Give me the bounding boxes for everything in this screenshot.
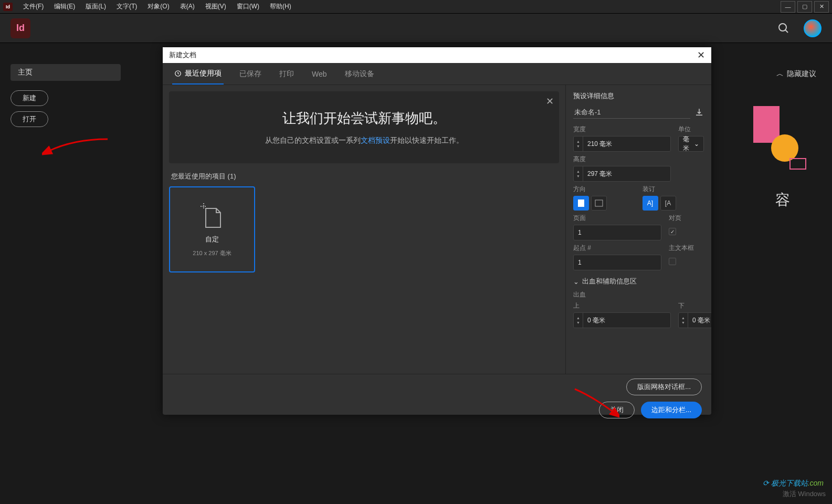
maximize-button[interactable]: ▢ bbox=[797, 1, 812, 13]
unit-label: 单位 bbox=[678, 125, 704, 134]
banner-text: 从您自己的文档设置或一系列文档预设开始以快速开始工作。 bbox=[180, 136, 549, 145]
bleed-section-toggle[interactable]: ⌄ 出血和辅助信息区 bbox=[573, 277, 704, 286]
new-document-dialog: 新建文档 ✕ 最近使用项 已保存 打印 Web 移动设备 ✕ 让我们开始尝试新事… bbox=[163, 47, 711, 415]
menu-bar: Id 文件(F) 编辑(E) 版面(L) 文字(T) 对象(O) 表(A) 视图… bbox=[0, 0, 832, 14]
clock-icon bbox=[174, 70, 182, 77]
pages-label: 页面 bbox=[573, 214, 661, 223]
tab-recent[interactable]: 最近使用项 bbox=[172, 63, 224, 85]
pages-value[interactable] bbox=[574, 229, 661, 236]
orientation-portrait[interactable] bbox=[573, 196, 589, 211]
close-dialog-button[interactable]: 关闭 bbox=[599, 402, 635, 418]
banner-heading: 让我们开始尝试新事物吧。 bbox=[180, 109, 549, 128]
menu-object[interactable]: 对象(O) bbox=[142, 2, 174, 11]
bleed-bottom-input[interactable]: ▲▼ bbox=[678, 312, 711, 328]
svg-rect-2 bbox=[753, 106, 780, 143]
start-page-value[interactable] bbox=[574, 259, 661, 266]
menu-help[interactable]: 帮助(H) bbox=[265, 2, 297, 11]
banner-close-button[interactable]: ✕ bbox=[546, 96, 554, 107]
dialog-footer: 版面网格对话框... 关闭 边距和分栏... bbox=[163, 374, 711, 415]
user-avatar[interactable] bbox=[804, 19, 822, 37]
main-area: 主页 新建 打开 ︿ 隐藏建议 容 新建文档 ✕ 最近使用项 已保存 打印 We… bbox=[0, 43, 832, 504]
dialog-left-pane: ✕ 让我们开始尝试新事物吧。 从您自己的文档设置或一系列文档预设开始以快速开始工… bbox=[163, 85, 565, 374]
svg-line-1 bbox=[785, 30, 788, 33]
facing-pages-checkbox[interactable] bbox=[669, 228, 676, 235]
chevron-down-icon: ⌄ bbox=[694, 140, 699, 148]
dialog-title-text: 新建文档 bbox=[169, 50, 196, 60]
chevron-up-icon: ︿ bbox=[776, 69, 784, 79]
tab-recent-label: 最近使用项 bbox=[185, 69, 222, 78]
dialog-tabs: 最近使用项 已保存 打印 Web 移动设备 bbox=[163, 63, 711, 85]
preset-size: 210 x 297 毫米 bbox=[193, 249, 231, 257]
start-page-input[interactable] bbox=[573, 255, 661, 270]
app-toolbar: Id bbox=[0, 14, 832, 43]
dialog-body: ✕ 让我们开始尝试新事物吧。 从您自己的文档设置或一系列文档预设开始以快速开始工… bbox=[163, 85, 711, 374]
menu-text[interactable]: 文字(T) bbox=[111, 2, 142, 11]
width-input[interactable]: ▲▼ bbox=[573, 136, 671, 152]
doc-presets-link[interactable]: 文档预设 bbox=[361, 136, 390, 144]
svg-rect-4 bbox=[790, 159, 806, 169]
bleed-top-value[interactable] bbox=[583, 317, 670, 324]
margins-columns-button[interactable]: 边距和分栏... bbox=[641, 402, 702, 418]
layout-grid-button[interactable]: 版面网格对话框... bbox=[626, 379, 702, 395]
hide-suggestions-label: 隐藏建议 bbox=[787, 69, 816, 79]
app-badge-icon: Id bbox=[3, 3, 13, 11]
dialog-close-button[interactable]: ✕ bbox=[697, 49, 705, 61]
height-input[interactable]: ▲▼ bbox=[573, 166, 671, 182]
menu-edit[interactable]: 编辑(E) bbox=[49, 2, 80, 11]
height-label: 高度 bbox=[573, 155, 671, 164]
svg-rect-9 bbox=[595, 200, 603, 206]
bleed-bottom-label: 下 bbox=[678, 301, 711, 310]
preset-name: 自定 bbox=[205, 235, 219, 244]
start-page-label: 起点 # bbox=[573, 244, 661, 253]
orientation-landscape[interactable] bbox=[591, 196, 607, 211]
height-value[interactable] bbox=[583, 170, 670, 177]
svg-point-0 bbox=[779, 24, 786, 31]
hide-suggestions-link[interactable]: ︿ 隐藏建议 bbox=[776, 69, 816, 79]
recent-label: 您最近使用的项目 (1) bbox=[169, 172, 559, 181]
menu-view[interactable]: 视图(V) bbox=[200, 2, 231, 11]
window-controls: — ▢ ✕ bbox=[778, 1, 829, 13]
bleed-label: 出血 bbox=[573, 290, 704, 299]
bleed-top-input[interactable]: ▲▼ bbox=[573, 312, 671, 328]
facing-pages-label: 对页 bbox=[669, 214, 704, 223]
decorative-graphic bbox=[748, 101, 811, 180]
tab-saved[interactable]: 已保存 bbox=[237, 63, 264, 85]
close-window-button[interactable]: ✕ bbox=[814, 1, 829, 13]
download-preset-icon[interactable] bbox=[694, 108, 704, 117]
unit-value: 毫米 bbox=[683, 135, 694, 153]
binding-right[interactable]: [A bbox=[660, 196, 676, 211]
primary-text-frame-checkbox[interactable] bbox=[669, 258, 676, 265]
home-dropdown[interactable]: 主页 bbox=[10, 64, 121, 81]
minimize-button[interactable]: — bbox=[781, 1, 795, 13]
doc-name-input[interactable] bbox=[573, 106, 690, 119]
chevron-down-icon: ⌄ bbox=[573, 278, 579, 286]
open-button[interactable]: 打开 bbox=[10, 111, 48, 127]
svg-rect-8 bbox=[578, 200, 584, 207]
binding-left[interactable]: A] bbox=[643, 196, 658, 211]
width-label: 宽度 bbox=[573, 125, 671, 134]
search-icon[interactable] bbox=[777, 22, 790, 35]
app-logo-icon: Id bbox=[10, 18, 30, 38]
welcome-banner: ✕ 让我们开始尝试新事物吧。 从您自己的文档设置或一系列文档预设开始以快速开始工… bbox=[169, 91, 559, 163]
annotation-arrow-new bbox=[42, 136, 110, 158]
home-sidebar: 主页 新建 打开 bbox=[10, 64, 126, 127]
menu-file[interactable]: 文件(F) bbox=[18, 2, 49, 11]
page-icon bbox=[201, 202, 224, 229]
pages-input[interactable] bbox=[573, 225, 661, 240]
width-value[interactable] bbox=[583, 140, 670, 148]
tab-web[interactable]: Web bbox=[310, 63, 329, 85]
preset-card-custom[interactable]: 自定 210 x 297 毫米 bbox=[169, 186, 255, 272]
menu-window[interactable]: 窗口(W) bbox=[231, 2, 265, 11]
menu-layout[interactable]: 版面(L) bbox=[80, 2, 111, 11]
tab-print[interactable]: 打印 bbox=[277, 63, 296, 85]
binding-label: 装订 bbox=[643, 185, 704, 194]
tab-mobile[interactable]: 移动设备 bbox=[343, 63, 376, 85]
new-button[interactable]: 新建 bbox=[10, 90, 48, 106]
bleed-bottom-value[interactable] bbox=[688, 317, 711, 324]
dialog-titlebar: 新建文档 ✕ bbox=[163, 47, 711, 63]
orientation-label: 方向 bbox=[573, 185, 635, 194]
menu-table[interactable]: 表(A) bbox=[175, 2, 200, 11]
partial-text: 容 bbox=[775, 190, 790, 210]
banner-text-post: 开始以快速开始工作。 bbox=[390, 136, 464, 144]
unit-select[interactable]: 毫米⌄ bbox=[678, 136, 704, 152]
